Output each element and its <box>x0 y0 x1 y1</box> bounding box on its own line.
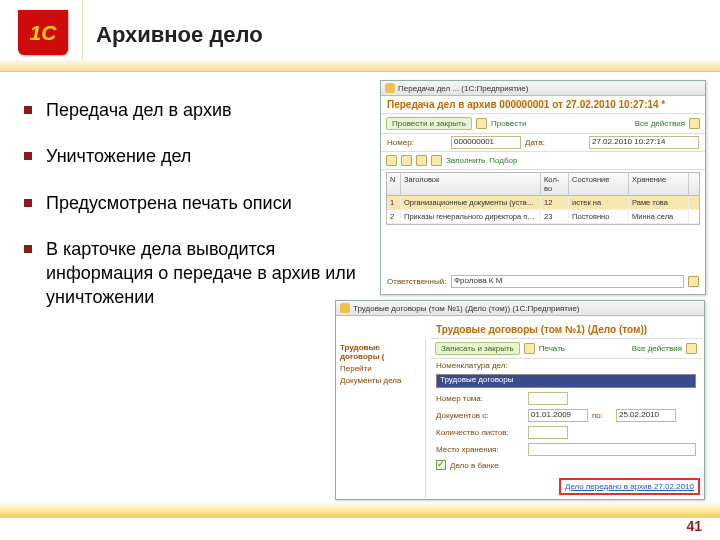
post-button[interactable]: Провести <box>491 119 526 128</box>
titlebar-text: Трудовые договоры (том №1) (Дело (том)) … <box>353 304 580 313</box>
place-label: Место хранения: <box>436 445 524 454</box>
volume-field[interactable] <box>528 392 568 405</box>
bank-checkbox[interactable] <box>436 460 446 470</box>
app-icon <box>340 303 350 313</box>
nomenclature-label: Номенклатура дел: <box>436 361 524 370</box>
app-window-transfer: Передача дел ... (1С:Предприятие) Переда… <box>380 80 706 295</box>
bullet-item: Передача дел в архив <box>24 98 362 122</box>
bank-label: Дело в банке <box>450 461 510 470</box>
date-field[interactable]: 27.02.2010 10:27:14 <box>589 136 699 149</box>
archive-status-highlight: Дело передано в архив 27.02.2010 <box>559 478 700 495</box>
save-and-close-button[interactable]: Записать и закрыть <box>435 342 520 355</box>
date-label: Дата: <box>525 138 585 147</box>
down-icon[interactable] <box>431 155 442 166</box>
sheets-label: Количество листов: <box>436 428 524 437</box>
form-row-number: Номер: 000000001 Дата: 27.02.2010 10:27:… <box>381 134 705 151</box>
add-icon[interactable] <box>386 155 397 166</box>
place-field[interactable] <box>528 443 696 456</box>
volume-label: Номер тома: <box>436 394 524 403</box>
titlebar-text: Передача дел ... (1С:Предприятие) <box>398 84 528 93</box>
to-label: по: <box>592 411 612 420</box>
window-caption: Передача дел в архив 000000001 от 27.02.… <box>381 96 705 114</box>
header-divider <box>82 0 83 71</box>
bullet-list: Передача дел в архив Уничтожение дел Пре… <box>24 98 362 332</box>
side-heading: Трудовые договоры ( <box>340 343 421 361</box>
page-number: 41 <box>686 518 702 534</box>
delete-icon[interactable] <box>401 155 412 166</box>
from-label: Документов с: <box>436 411 524 420</box>
number-field[interactable]: 000000001 <box>451 136 521 149</box>
save-icon[interactable] <box>476 118 487 129</box>
date-from-field[interactable]: 01.01.2009 <box>528 409 588 422</box>
side-link-docs[interactable]: Документы дела <box>340 376 421 385</box>
sheets-field[interactable] <box>528 426 568 439</box>
up-icon[interactable] <box>416 155 427 166</box>
cases-grid: N Заголовок Кол-во Состояние Хранение 1 … <box>386 172 700 225</box>
all-actions-menu[interactable]: Все действия <box>632 344 682 353</box>
help-icon[interactable] <box>689 118 700 129</box>
form-row-dates: Документов с: 01.01.2009 по: 25.02.2010 <box>430 407 702 424</box>
page-title: Архивное дело <box>96 22 263 48</box>
form-row-sheets: Количество листов: <box>430 424 702 441</box>
fill-button[interactable]: Заполнить <box>446 156 485 165</box>
col-store: Хранение <box>629 173 689 195</box>
choose-button[interactable]: Подбор <box>489 156 517 165</box>
slide-header: 1C Архивное дело <box>0 0 720 72</box>
lookup-icon[interactable] <box>688 276 699 287</box>
grid-toolbar: Заполнить Подбор <box>381 151 705 170</box>
app-window-case: Трудовые договоры (том №1) (Дело (том)) … <box>335 300 705 500</box>
date-to-field[interactable]: 25.02.2010 <box>616 409 676 422</box>
col-state: Состояние <box>569 173 629 195</box>
col-qty: Кол-во <box>541 173 569 195</box>
bullet-item: Предусмотрена печать описи <box>24 191 362 215</box>
form-row-responsible: Ответственный: Фролова К М <box>381 273 705 290</box>
toolbar: Провести и закрыть Провести Все действия <box>381 114 705 134</box>
titlebar: Передача дел ... (1С:Предприятие) <box>381 81 705 96</box>
side-panel: Трудовые договоры ( Перейти Документы де… <box>336 339 426 499</box>
col-title: Заголовок <box>401 173 541 195</box>
logo-1c: 1C <box>18 10 68 55</box>
side-link-goto[interactable]: Перейти <box>340 364 421 373</box>
footer-gradient <box>0 502 720 518</box>
form-row-place: Место хранения: <box>430 441 702 458</box>
main-panel: Трудовые договоры (том №1) (Дело (том)) … <box>428 319 704 499</box>
post-and-close-button[interactable]: Провести и закрыть <box>386 117 472 130</box>
app-icon <box>385 83 395 93</box>
help-icon[interactable] <box>686 343 697 354</box>
print-menu[interactable]: Печать <box>539 344 565 353</box>
titlebar: Трудовые договоры (том №1) (Дело (том)) … <box>336 301 704 316</box>
col-n: N <box>387 173 401 195</box>
form-row-bank: Дело в банке <box>430 458 702 472</box>
grid-header: N Заголовок Кол-во Состояние Хранение <box>387 173 699 196</box>
form-row-nomenclature: Номенклатура дел: <box>430 359 702 372</box>
all-actions-menu[interactable]: Все действия <box>635 119 685 128</box>
toolbar: Записать и закрыть Печать Все действия <box>430 339 702 359</box>
window-caption: Трудовые договоры (том №1) (Дело (том)) <box>430 321 702 339</box>
table-row[interactable]: 2 Приказы генерального директора по осно… <box>387 210 699 224</box>
responsible-label: Ответственный: <box>387 277 447 286</box>
number-label: Номер: <box>387 138 447 147</box>
responsible-field[interactable]: Фролова К М <box>451 275 684 288</box>
form-row-volume: Номер тома: <box>430 390 702 407</box>
nomenclature-field[interactable]: Трудовые договоры <box>436 374 696 388</box>
archive-status-link[interactable]: Дело передано в архив 27.02.2010 <box>565 482 694 491</box>
bullet-item: В карточке дела выводится информация о п… <box>24 237 362 310</box>
bullet-item: Уничтожение дел <box>24 144 362 168</box>
save-icon[interactable] <box>524 343 535 354</box>
table-row[interactable]: 1 Организационные документы (уставы, пол… <box>387 196 699 210</box>
